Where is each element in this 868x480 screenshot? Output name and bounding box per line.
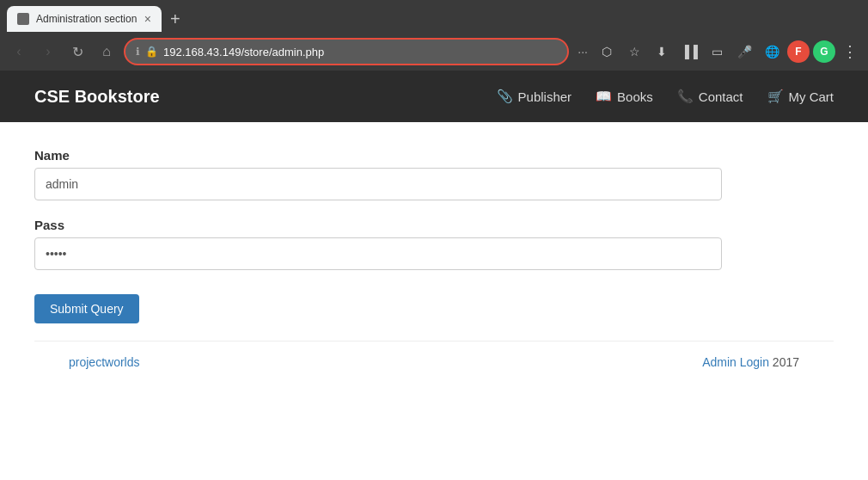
- nav-mycart[interactable]: 🛒 My Cart: [767, 89, 834, 104]
- site-navigation: CSE Bookstore 📎 Publisher 📖 Books 📞 Cont…: [0, 71, 868, 122]
- nav-links: 📎 Publisher 📖 Books 📞 Contact 🛒 My Cart: [497, 89, 834, 104]
- browser-chrome: Administration section × + ‹ › ↻ ⌂ ℹ 🔒 1…: [0, 0, 868, 71]
- sidebar-button[interactable]: ▭: [705, 40, 729, 64]
- publisher-icon: 📎: [497, 89, 513, 104]
- mic-icon: 🎤: [737, 45, 752, 58]
- back-button[interactable]: ‹: [7, 40, 31, 64]
- page-footer: projectworlds Admin Login 2017: [34, 341, 834, 383]
- address-host: 192.168.43.149: [163, 46, 241, 58]
- new-tab-button[interactable]: +: [165, 9, 186, 29]
- footer-link[interactable]: projectworlds: [69, 355, 139, 369]
- active-tab[interactable]: Administration section ×: [7, 6, 162, 32]
- browser-menu-button[interactable]: ⋮: [839, 39, 861, 65]
- tab-favicon: [17, 13, 29, 25]
- address-path: /store/admin.php: [241, 46, 324, 58]
- address-text: 192.168.43.149/store/admin.php: [163, 46, 557, 58]
- globe-icon: 🌐: [765, 45, 779, 58]
- globe-button[interactable]: 🌐: [760, 40, 784, 64]
- profile-avatar-green[interactable]: G: [813, 40, 835, 63]
- footer-admin-login: Admin Login: [702, 355, 769, 369]
- forward-button[interactable]: ›: [36, 40, 60, 64]
- library-icon: ▐▐: [681, 45, 698, 58]
- nav-contact[interactable]: 📞 Contact: [677, 89, 743, 104]
- pass-label: Pass: [34, 218, 834, 232]
- tab-close-button[interactable]: ×: [144, 13, 151, 25]
- page-content: Name Pass Submit Query projectworlds Adm…: [0, 122, 868, 449]
- pass-input[interactable]: [34, 237, 722, 270]
- site-logo: CSE Bookstore: [34, 87, 497, 107]
- lock-icon: 🔒: [145, 46, 158, 58]
- submit-button[interactable]: Submit Query: [34, 294, 139, 323]
- cart-icon: 🛒: [767, 89, 784, 104]
- forward-icon: ›: [46, 44, 50, 59]
- name-label: Name: [34, 148, 834, 163]
- nav-books[interactable]: 📖 Books: [596, 89, 653, 104]
- tab-bar: Administration section × +: [0, 0, 868, 33]
- pocket-button[interactable]: ⬡: [595, 40, 619, 64]
- download-icon: ⬇: [657, 45, 667, 58]
- info-icon: ℹ: [136, 46, 140, 58]
- nav-publisher-label: Publisher: [518, 89, 572, 104]
- reload-icon: ↻: [72, 44, 83, 60]
- address-bar-row: ‹ › ↻ ⌂ ℹ 🔒 192.168.43.149/store/admin.p…: [0, 33, 868, 71]
- nav-mycart-label: My Cart: [789, 89, 834, 104]
- home-icon: ⌂: [102, 44, 111, 59]
- library-button[interactable]: ▐▐: [677, 40, 701, 64]
- tab-title: Administration section: [36, 13, 138, 25]
- address-bar[interactable]: ℹ 🔒 192.168.43.149/store/admin.php: [124, 38, 569, 65]
- star-icon: ☆: [629, 45, 640, 58]
- nav-books-label: Books: [617, 89, 653, 104]
- back-icon: ‹: [16, 44, 21, 59]
- books-icon: 📖: [596, 89, 612, 104]
- more-button[interactable]: ···: [574, 43, 591, 60]
- contact-icon: 📞: [677, 89, 694, 104]
- download-button[interactable]: ⬇: [650, 40, 674, 64]
- pass-field-group: Pass: [34, 218, 834, 270]
- name-input[interactable]: [34, 168, 722, 200]
- footer-year: 2017: [769, 355, 799, 369]
- profile-avatar-red[interactable]: F: [787, 40, 810, 63]
- sidebar-icon: ▭: [712, 45, 723, 58]
- pocket-icon: ⬡: [602, 45, 612, 58]
- home-button[interactable]: ⌂: [95, 40, 119, 64]
- star-button[interactable]: ☆: [622, 40, 646, 64]
- name-field-group: Name: [34, 148, 834, 200]
- nav-contact-label: Contact: [699, 89, 743, 104]
- reload-button[interactable]: ↻: [65, 40, 89, 64]
- toolbar-right: ··· ⬡ ☆ ⬇ ▐▐ ▭ 🎤 🌐 F G ⋮: [574, 39, 861, 65]
- nav-publisher[interactable]: 📎 Publisher: [497, 89, 572, 104]
- footer-right: Admin Login 2017: [702, 355, 799, 369]
- mic-button[interactable]: 🎤: [732, 40, 756, 64]
